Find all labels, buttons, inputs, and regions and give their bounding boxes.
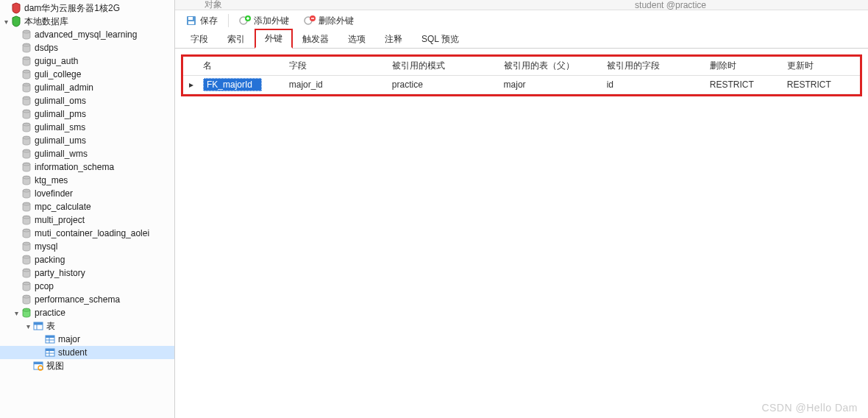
- db-icon: [21, 254, 32, 266]
- tree-node[interactable]: performance_schema: [0, 293, 174, 306]
- object-tab-fragment[interactable]: 对象: [204, 0, 222, 10]
- fk-field-cell[interactable]: major_id: [285, 76, 388, 94]
- delete-fk-label: 删除外键: [319, 15, 354, 27]
- tree-node[interactable]: major: [0, 333, 174, 346]
- db-active-icon: [21, 307, 32, 319]
- tree-node-label: multi_project: [35, 215, 85, 225]
- editor-tab-fragment[interactable]: student @practice: [635, 0, 706, 10]
- tab-注释[interactable]: 注释: [375, 30, 412, 48]
- tree-node-label: major: [58, 334, 80, 344]
- db-icon: [21, 121, 32, 133]
- delete-fk-button[interactable]: 删除外键: [299, 13, 358, 29]
- col-on-update[interactable]: 更新时: [783, 57, 860, 76]
- db-icon: [21, 280, 32, 292]
- col-field[interactable]: 字段: [285, 57, 388, 76]
- db-icon: [21, 42, 32, 54]
- fk-row[interactable]: ▸FK_majorIdmajor_idpracticemajoridRESTRI…: [183, 76, 860, 94]
- tree-node-label: practice: [35, 308, 65, 318]
- tab-外键[interactable]: 外键: [255, 29, 293, 49]
- col-ref-field[interactable]: 被引用的字段: [602, 57, 705, 76]
- tree-node-label: gulimall_oms: [35, 96, 86, 106]
- svg-rect-47: [34, 322, 43, 325]
- tree-node[interactable]: dsdps: [0, 41, 174, 54]
- expander-icon[interactable]: ▾: [1, 18, 10, 26]
- add-fk-button[interactable]: 添加外键: [235, 13, 294, 29]
- tree-node[interactable]: lovefinder: [0, 187, 174, 200]
- tree-node-label: gulimall_wms: [35, 149, 88, 159]
- tab-SQL 预览[interactable]: SQL 预览: [412, 30, 469, 48]
- tree-node[interactable]: ▾本地数据库: [0, 15, 174, 28]
- svg-rect-60: [188, 17, 193, 20]
- server-red-icon: [10, 2, 22, 14]
- tree-node-label: student: [58, 347, 87, 358]
- tree-node[interactable]: gulimall_oms: [0, 94, 174, 107]
- tree-node[interactable]: gulimall_ums: [0, 134, 174, 147]
- db-icon: [21, 29, 32, 40]
- tree-node-label: performance_schema: [35, 294, 120, 305]
- tree-node[interactable]: ▾表: [0, 319, 174, 333]
- tree-node[interactable]: multi_project: [0, 213, 174, 227]
- tree-node-label: 表: [46, 320, 55, 333]
- fk-ref-table-cell[interactable]: major: [499, 76, 602, 94]
- tab-索引[interactable]: 索引: [218, 30, 255, 48]
- tree-node-label: lovefinder: [35, 188, 73, 199]
- svg-rect-53: [46, 349, 54, 351]
- fk-header-row: 名 字段 被引用的模式 被引用的表（父） 被引用的字段 删除时 更新时: [183, 57, 860, 76]
- sidebar: dam华为云服务器1核2G▾本地数据库advanced_mysql_learni…: [0, 0, 175, 418]
- tree-node[interactable]: guli_college: [0, 68, 174, 81]
- fk-area: 名 字段 被引用的模式 被引用的表（父） 被引用的字段 删除时 更新时 ▸FK_…: [175, 49, 868, 418]
- col-on-delete[interactable]: 删除时: [705, 57, 783, 76]
- delete-fk-icon: [304, 15, 316, 26]
- tree-node[interactable]: gulimall_sms: [0, 121, 174, 134]
- tree-node[interactable]: dam华为云服务器1核2G: [0, 1, 174, 15]
- expander-icon[interactable]: ▾: [24, 322, 32, 330]
- fk-on-delete-cell[interactable]: RESTRICT: [705, 76, 783, 94]
- db-icon: [21, 214, 32, 226]
- tree-node-label: muti_container_loading_aolei: [35, 228, 149, 238]
- expander-icon[interactable]: ▾: [12, 309, 21, 317]
- tree-node[interactable]: mysql: [0, 240, 174, 253]
- tables-folder-icon: [32, 320, 44, 332]
- tree-node-label: guigu_auth: [35, 56, 78, 66]
- db-icon: [21, 95, 32, 107]
- tree-node-label: gulimall_pms: [35, 109, 86, 119]
- fk-highlight-box: 名 字段 被引用的模式 被引用的表（父） 被引用的字段 删除时 更新时 ▸FK_…: [181, 54, 862, 96]
- table-icon: [44, 347, 56, 358]
- tree-node[interactable]: muti_container_loading_aolei: [0, 227, 174, 240]
- tree-node-label: advanced_mysql_learning: [35, 29, 137, 40]
- db-icon: [21, 82, 32, 93]
- svg-rect-61: [188, 21, 194, 24]
- table-icon: [44, 333, 56, 345]
- fk-ref-field-cell[interactable]: id: [602, 76, 705, 94]
- tree-node[interactable]: gulimall_admin: [0, 81, 174, 94]
- tree-node[interactable]: advanced_mysql_learning: [0, 28, 174, 41]
- tree-node[interactable]: party_history: [0, 266, 174, 280]
- tab-选项[interactable]: 选项: [338, 30, 375, 48]
- fk-ref-schema-cell[interactable]: practice: [388, 76, 499, 94]
- tree-node[interactable]: 视图: [0, 359, 174, 372]
- tree-node[interactable]: ktg_mes: [0, 174, 174, 187]
- col-ref-table[interactable]: 被引用的表（父）: [499, 57, 602, 76]
- tree-node[interactable]: gulimall_pms: [0, 107, 174, 121]
- svg-rect-49: [46, 336, 54, 338]
- tree-node[interactable]: ▾practice: [0, 306, 174, 319]
- save-button[interactable]: 保存: [181, 13, 222, 29]
- tab-触发器[interactable]: 触发器: [293, 30, 338, 48]
- col-ref-schema[interactable]: 被引用的模式: [388, 57, 499, 76]
- tree-node[interactable]: pcop: [0, 280, 174, 293]
- tree-node-label: guli_college: [35, 69, 81, 79]
- tree-node-label: pcop: [35, 281, 54, 291]
- fk-on-update-cell[interactable]: RESTRICT: [783, 76, 860, 94]
- db-icon: [21, 148, 32, 160]
- tab-字段[interactable]: 字段: [181, 30, 218, 48]
- tree-node[interactable]: student: [0, 346, 174, 359]
- col-name[interactable]: 名: [199, 57, 285, 76]
- fk-name-cell[interactable]: FK_majorId: [199, 76, 285, 94]
- svg-rect-57: [34, 362, 43, 364]
- row-marker: ▸: [183, 76, 199, 94]
- tree-node[interactable]: packing: [0, 253, 174, 266]
- tree-node[interactable]: guigu_auth: [0, 54, 174, 68]
- tree-node[interactable]: mpc_calculate: [0, 200, 174, 213]
- tree-node[interactable]: information_schema: [0, 160, 174, 174]
- tree-node[interactable]: gulimall_wms: [0, 147, 174, 160]
